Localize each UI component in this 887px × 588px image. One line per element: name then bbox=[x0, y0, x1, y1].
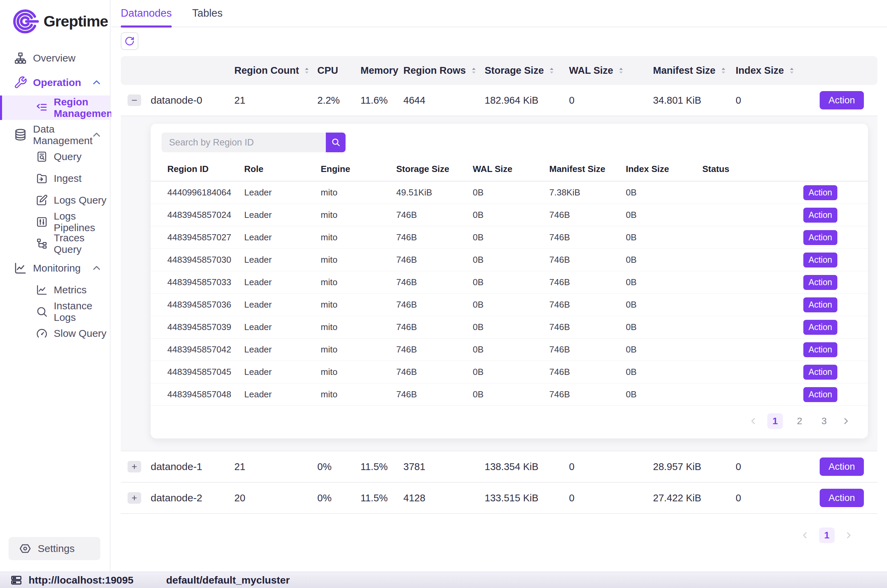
region-action-button-4483945857039[interactable]: Action bbox=[803, 320, 837, 335]
sidebar-item-operation[interactable]: Operation bbox=[0, 73, 110, 92]
region-action-cell: Action bbox=[803, 275, 868, 290]
column-header-region-rows[interactable]: Region Rows bbox=[403, 65, 485, 76]
cell-index-size: 0 bbox=[736, 461, 820, 472]
region-search-input[interactable] bbox=[162, 132, 326, 152]
pagination-page-2[interactable]: 2 bbox=[792, 413, 807, 429]
region-row-4483945857042: 4483945857042Leadermito746B0B746B0BActio… bbox=[151, 339, 868, 361]
settings-label: Settings bbox=[38, 543, 75, 554]
region-cell-storage-size: 746B bbox=[396, 367, 473, 377]
expand-button-datanode-2[interactable] bbox=[128, 492, 141, 504]
cell-memory: 11.6% bbox=[361, 95, 403, 106]
chevron-up-icon[interactable] bbox=[91, 129, 102, 141]
sidebar-item-label: Ingest bbox=[54, 172, 82, 184]
region-action-button-4483945857042[interactable]: Action bbox=[803, 342, 837, 357]
tab-datanodes[interactable]: Datanodes bbox=[121, 0, 172, 27]
region-column-header-status: Status bbox=[702, 164, 803, 174]
region-cell-manifest-size: 7.38KiB bbox=[549, 187, 626, 198]
datanode-table-pagination: 1 bbox=[111, 514, 887, 544]
column-header-index-size[interactable]: Index Size bbox=[736, 65, 820, 76]
region-action-button-4483945857027[interactable]: Action bbox=[803, 230, 837, 245]
region-column-header-wal-size: WAL Size bbox=[473, 164, 549, 174]
sidebar-item-data-management[interactable]: Data Management bbox=[0, 125, 110, 144]
region-cell-storage-size: 746B bbox=[396, 210, 473, 220]
region-action-button-4483945857030[interactable]: Action bbox=[803, 252, 837, 267]
region-cell-storage-size: 746B bbox=[396, 389, 473, 400]
sidebar-item-logs-pipelines[interactable]: Logs Pipelines bbox=[0, 212, 110, 231]
pagination-next-button[interactable] bbox=[841, 416, 851, 426]
app-window: Greptime OverviewOperationRegion Managem… bbox=[0, 0, 887, 588]
sidebar-item-monitoring[interactable]: Monitoring bbox=[0, 259, 110, 278]
region-cell-wal-size: 0B bbox=[473, 255, 549, 265]
region-row-4440996184064: 4440996184064Leadermito49.51KiB0B7.38KiB… bbox=[151, 182, 868, 204]
tab-tables[interactable]: Tables bbox=[192, 0, 223, 27]
cell-region-count: 20 bbox=[235, 492, 317, 504]
pagination-page-3[interactable]: 3 bbox=[816, 413, 832, 429]
region-action-cell: Action bbox=[803, 297, 868, 312]
region-action-button-4483945857048[interactable]: Action bbox=[803, 387, 837, 402]
sidebar-item-label: Operation bbox=[33, 77, 81, 88]
sidebar-item-label: Metrics bbox=[54, 284, 87, 296]
region-cell-region-id: 4483945857030 bbox=[167, 255, 244, 265]
region-cell-wal-size: 0B bbox=[473, 389, 549, 400]
slow-query-icon bbox=[36, 327, 48, 339]
cell-cpu: 2.2% bbox=[317, 95, 361, 106]
server-url[interactable]: http://localhost:19095 bbox=[29, 574, 133, 586]
region-row-4483945857039: 4483945857039Leadermito746B0B746B0BActio… bbox=[151, 316, 868, 339]
region-row-4483945857030: 4483945857030Leadermito746B0B746B0BActio… bbox=[151, 249, 868, 271]
pagination-page-1[interactable]: 1 bbox=[819, 528, 834, 543]
datanode-table-header: Region CountCPUMemoryRegion RowsStorage … bbox=[121, 56, 878, 85]
sidebar-item-query[interactable]: Query bbox=[0, 147, 110, 166]
region-action-button-4483945857024[interactable]: Action bbox=[803, 208, 837, 223]
brand-logo: Greptime bbox=[0, 0, 110, 36]
collapse-button-datanode-0[interactable] bbox=[128, 94, 141, 106]
sidebar-item-metrics[interactable]: Metrics bbox=[0, 280, 110, 300]
region-action-button-4440996184064[interactable]: Action bbox=[803, 185, 837, 200]
settings-button[interactable]: Settings bbox=[9, 537, 100, 560]
region-cell-storage-size: 746B bbox=[396, 300, 473, 310]
expand-button-datanode-1[interactable] bbox=[128, 461, 141, 472]
region-action-cell: Action bbox=[803, 320, 868, 335]
sidebar-item-label: Logs Query bbox=[54, 194, 107, 206]
cluster-name[interactable]: default/default_mycluster bbox=[166, 574, 289, 586]
chevron-up-icon[interactable] bbox=[91, 77, 102, 88]
cell-region-rows: 3781 bbox=[403, 461, 485, 472]
sort-caret-icon bbox=[616, 66, 625, 75]
sidebar-item-overview[interactable]: Overview bbox=[0, 49, 110, 68]
column-header-storage-size[interactable]: Storage Size bbox=[485, 65, 569, 76]
region-action-button-4483945857033[interactable]: Action bbox=[803, 275, 837, 290]
region-search-button[interactable] bbox=[326, 132, 346, 152]
column-header-region-count[interactable]: Region Count bbox=[235, 65, 317, 76]
status-bar: http://localhost:19095 default/default_m… bbox=[0, 572, 887, 588]
sidebar-item-logs-query[interactable]: Logs Query bbox=[0, 190, 110, 210]
region-cell-role: Leader bbox=[244, 300, 321, 310]
region-action-button-4483945857045[interactable]: Action bbox=[803, 365, 837, 380]
region-cell-engine: mito bbox=[321, 210, 396, 220]
column-header-wal-size[interactable]: WAL Size bbox=[569, 65, 653, 76]
sidebar-item-instance-logs[interactable]: Instance Logs bbox=[0, 302, 110, 321]
database-icon bbox=[14, 128, 27, 142]
region-cell-role: Leader bbox=[244, 187, 321, 198]
sidebar-item-ingest[interactable]: Ingest bbox=[0, 169, 110, 188]
region-cell-region-id: 4483945857048 bbox=[167, 389, 244, 400]
chevron-up-icon[interactable] bbox=[91, 262, 102, 274]
column-header-manifest-size[interactable]: Manifest Size bbox=[653, 65, 736, 76]
action-button-datanode-2[interactable]: Action bbox=[820, 489, 864, 507]
region-cell-index-size: 0B bbox=[626, 322, 702, 332]
column-header-label: CPU bbox=[317, 65, 338, 76]
region-action-button-4483945857036[interactable]: Action bbox=[803, 297, 837, 312]
region-cell-engine: mito bbox=[321, 232, 396, 243]
region-cell-storage-size: 746B bbox=[396, 277, 473, 288]
sidebar-item-region-management[interactable]: Region Management bbox=[0, 96, 110, 120]
traces-query-icon bbox=[36, 238, 48, 250]
sidebar-item-traces-query[interactable]: Traces Query bbox=[0, 234, 110, 253]
toolbar bbox=[121, 32, 887, 50]
action-button-datanode-1[interactable]: Action bbox=[820, 458, 864, 476]
region-row-4483945857036: 4483945857036Leadermito746B0B746B0BActio… bbox=[151, 294, 868, 316]
region-cell-index-size: 0B bbox=[626, 187, 702, 198]
sidebar-item-slow-query[interactable]: Slow Query bbox=[0, 324, 110, 343]
pagination-page-1[interactable]: 1 bbox=[767, 413, 783, 429]
region-cell-region-id: 4483945857027 bbox=[167, 232, 244, 243]
action-button-datanode-0[interactable]: Action bbox=[820, 91, 864, 110]
region-panel-card: Region IDRoleEngineStorage SizeWAL SizeM… bbox=[151, 124, 868, 438]
refresh-button[interactable] bbox=[121, 32, 138, 50]
